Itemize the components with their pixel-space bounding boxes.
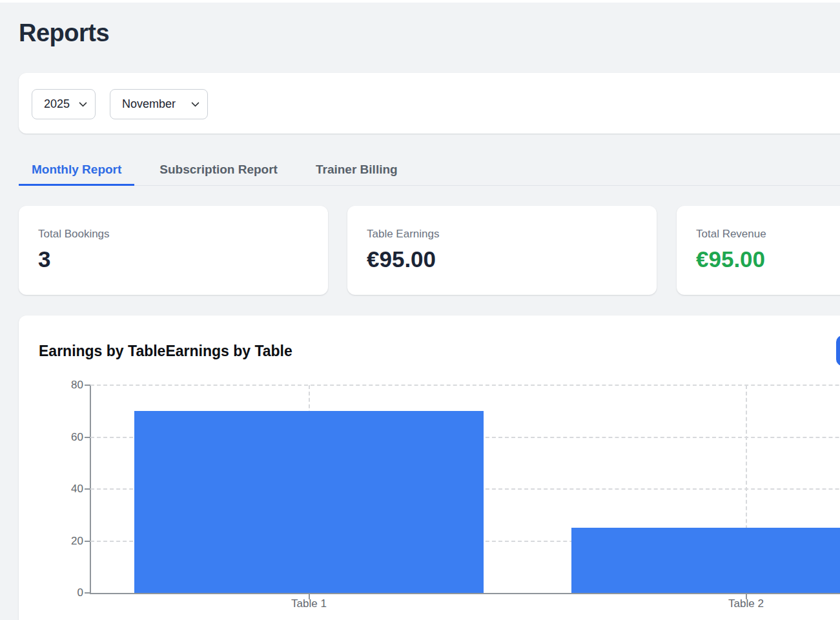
- y-axis-tick: [85, 592, 90, 594]
- chart-bar: [571, 528, 840, 593]
- y-axis-tick: [85, 541, 90, 542]
- top-edge-strip: [0, 0, 840, 3]
- tab-trainer-billing[interactable]: Trainer Billing: [303, 155, 411, 186]
- chevron-down-icon: [191, 99, 200, 107]
- chart-bar: [134, 411, 484, 593]
- stat-label: Table Earnings: [367, 228, 637, 241]
- y-axis-tick: [85, 437, 90, 438]
- stat-label: Total Revenue: [696, 228, 840, 241]
- y-axis-tick-label: 20: [55, 534, 83, 548]
- earnings-bar-chart: 020406080Table 1Table 2: [19, 315, 840, 620]
- stat-card-total-revenue: Total Revenue €95.00: [677, 206, 840, 295]
- x-axis-tick-label: Table 2: [701, 597, 792, 610]
- stat-label: Total Bookings: [38, 228, 309, 241]
- year-select-value: 2025: [44, 97, 70, 111]
- y-axis-tick-label: 80: [55, 378, 83, 392]
- stat-card-table-earnings: Table Earnings €95.00: [347, 206, 657, 295]
- y-axis-tick-label: 40: [55, 482, 83, 496]
- y-axis-tick-label: 0: [55, 586, 83, 600]
- filter-card: 2025 November: [19, 73, 840, 134]
- x-axis-line: [90, 593, 840, 594]
- stat-value: €95.00: [696, 246, 840, 272]
- page-title: Reports: [19, 19, 109, 47]
- tab-monthly-report[interactable]: Monthly Report: [19, 155, 134, 186]
- report-tabs: Monthly Report Subscription Report Train…: [19, 155, 840, 186]
- tab-subscription-report[interactable]: Subscription Report: [147, 155, 291, 186]
- chevron-down-icon: [79, 99, 87, 107]
- stat-value: 3: [38, 246, 309, 272]
- month-select-value: November: [122, 97, 176, 111]
- y-axis-tick-label: 60: [55, 430, 83, 445]
- stat-value: €95.00: [367, 246, 637, 272]
- stat-card-total-bookings: Total Bookings 3: [19, 206, 328, 295]
- y-gridline: [90, 385, 840, 386]
- y-axis-tick: [85, 385, 90, 386]
- chart-card: Earnings by TableEarnings by Table 02040…: [19, 315, 840, 620]
- y-axis-tick: [85, 488, 90, 490]
- x-axis-tick-label: Table 1: [264, 597, 354, 610]
- year-select[interactable]: 2025: [32, 89, 96, 119]
- month-select[interactable]: November: [110, 89, 208, 119]
